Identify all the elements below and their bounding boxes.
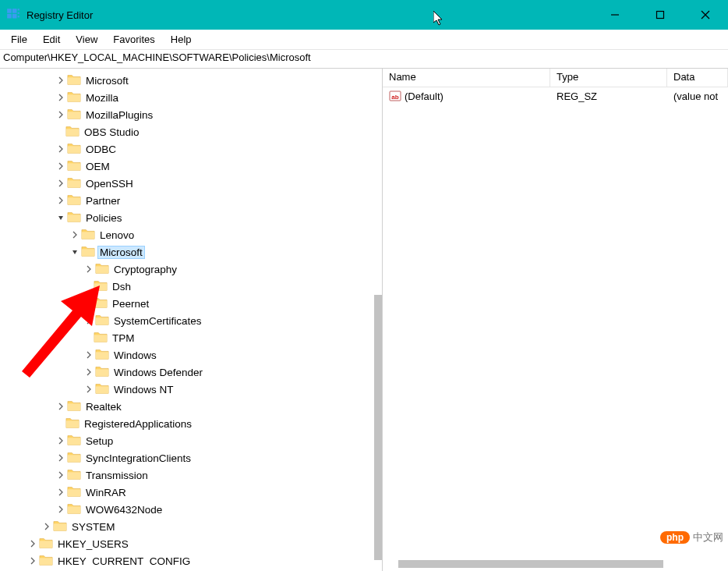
tree-node-label[interactable]: OpenSSH <box>84 178 135 190</box>
menu-view[interactable]: View <box>68 32 105 47</box>
tree-node[interactable]: Partner <box>0 192 374 209</box>
tree-node[interactable]: Transmission <box>0 466 374 484</box>
tree-node[interactable]: SyncIntegrationClients <box>0 449 374 466</box>
chevron-right-icon[interactable] <box>56 402 65 411</box>
tree-node[interactable]: Mozilla <box>0 89 374 106</box>
chevron-right-icon[interactable] <box>42 522 51 531</box>
address-bar[interactable]: Computer\HKEY_LOCAL_MACHINE\SOFTWARE\Pol… <box>0 50 728 69</box>
tree-node[interactable]: Windows <box>0 346 374 364</box>
chevron-right-icon[interactable] <box>56 470 65 480</box>
tree-node-label[interactable]: Windows Defender <box>112 367 204 378</box>
tree-node-label[interactable]: Peernet <box>111 298 150 310</box>
tree-node[interactable]: OpenSSH <box>0 175 374 192</box>
minimize-button[interactable] <box>592 0 638 30</box>
col-header-name[interactable]: Name <box>383 69 550 87</box>
tree-node[interactable]: Windows NT <box>0 381 374 398</box>
maximize-button[interactable] <box>638 0 683 30</box>
tree-node-label[interactable]: SyncIntegrationClients <box>84 452 193 464</box>
chevron-right-icon[interactable] <box>84 385 94 394</box>
tree-node-label[interactable]: OBS Studio <box>83 126 141 138</box>
tree-node-label[interactable]: OEM <box>84 161 111 172</box>
list-row[interactable]: ab(Default)REG_SZ(value not <box>383 87 728 105</box>
chevron-right-icon[interactable] <box>56 76 65 85</box>
vertical-scrollbar-thumb[interactable] <box>374 295 382 560</box>
col-header-type[interactable]: Type <box>550 69 667 87</box>
tree-node-label[interactable]: Windows NT <box>112 384 175 395</box>
tree-node[interactable]: Peernet <box>0 295 374 312</box>
tree-node[interactable]: OEM <box>0 158 374 175</box>
tree-node-label[interactable]: Windows <box>112 349 158 361</box>
tree-node-label[interactable]: Cryptography <box>112 264 178 275</box>
tree-node[interactable]: Realtek <box>0 398 374 415</box>
titlebar[interactable]: Registry Editor <box>0 0 728 30</box>
chevron-right-icon[interactable] <box>70 230 80 239</box>
chevron-right-icon[interactable] <box>84 367 94 377</box>
chevron-right-icon[interactable] <box>56 196 65 205</box>
chevron-right-icon[interactable] <box>56 453 65 463</box>
tree-node[interactable]: ODBC <box>0 140 374 158</box>
tree-node-label[interactable]: Lenovo <box>98 229 136 241</box>
tree-node-label[interactable]: Microsoft <box>84 75 130 87</box>
tree-node[interactable]: Cryptography <box>0 261 374 278</box>
tree-node-label[interactable]: SystemCertificates <box>112 315 203 327</box>
tree-node[interactable]: RegisteredApplications <box>0 415 374 432</box>
tree-node-label[interactable]: WOW6432Node <box>84 504 164 516</box>
menu-help[interactable]: Help <box>163 32 200 47</box>
tree-node[interactable]: Dsh <box>0 278 374 295</box>
tree-node[interactable]: HKEY_USERS <box>0 535 374 552</box>
menu-file[interactable]: File <box>3 32 35 47</box>
tree-node[interactable]: SystemCertificates <box>0 312 374 329</box>
list-body[interactable]: ab(Default)REG_SZ(value not <box>383 87 728 105</box>
chevron-down-icon[interactable] <box>70 247 80 257</box>
chevron-right-icon[interactable] <box>84 264 94 274</box>
tree-node-label[interactable]: HKEY_USERS <box>56 538 130 550</box>
chevron-right-icon[interactable] <box>56 179 65 188</box>
tree-node-label[interactable]: ODBC <box>84 144 118 155</box>
horizontal-scrollbar-thumb[interactable] <box>398 560 663 568</box>
tree-node-label[interactable]: HKEY_CURRENT_CONFIG <box>56 555 192 567</box>
menu-favorites[interactable]: Favorites <box>105 32 162 47</box>
tree-node-label[interactable]: Policies <box>84 212 124 224</box>
tree-node-label[interactable]: Mozilla <box>84 92 120 104</box>
tree-node[interactable]: HKEY_CURRENT_CONFIG <box>0 552 374 566</box>
chevron-down-icon[interactable] <box>56 213 65 222</box>
tree-node[interactable]: Setup <box>0 432 374 449</box>
tree-node[interactable]: WinRAR <box>0 484 374 501</box>
tree-node[interactable]: Windows Defender <box>0 364 374 381</box>
tree-node-label[interactable]: Dsh <box>111 281 133 293</box>
tree-node[interactable]: SYSTEM <box>0 518 374 535</box>
chevron-right-icon[interactable] <box>28 539 37 548</box>
menu-edit[interactable]: Edit <box>35 32 68 47</box>
tree-node[interactable]: Policies <box>0 209 374 226</box>
close-button[interactable] <box>683 0 728 30</box>
tree-node[interactable]: MozillaPlugins <box>0 106 374 123</box>
chevron-right-icon[interactable] <box>56 110 65 119</box>
chevron-right-icon[interactable] <box>56 436 65 445</box>
tree-node[interactable]: Microsoft <box>0 72 374 89</box>
chevron-right-icon[interactable] <box>28 556 37 566</box>
tree-node-label[interactable]: Microsoft <box>98 246 144 258</box>
chevron-right-icon[interactable] <box>56 488 65 497</box>
tree-node-label[interactable]: Partner <box>84 195 122 207</box>
tree-node-label[interactable]: Transmission <box>84 470 150 481</box>
tree-node-label[interactable]: RegisteredApplications <box>83 418 193 430</box>
tree-node[interactable]: TPM <box>0 329 374 346</box>
chevron-right-icon[interactable] <box>56 93 65 102</box>
tree-node-label[interactable]: MozillaPlugins <box>84 109 154 121</box>
tree-node-label[interactable]: TPM <box>111 332 136 344</box>
tree-node-label[interactable]: Realtek <box>84 401 123 413</box>
chevron-right-icon[interactable] <box>56 505 65 514</box>
chevron-right-icon[interactable] <box>84 350 94 360</box>
tree-node-label[interactable]: WinRAR <box>84 487 128 498</box>
col-header-data[interactable]: Data <box>667 69 728 87</box>
tree-node[interactable]: Lenovo <box>0 226 374 243</box>
registry-tree[interactable]: MicrosoftMozillaMozillaPluginsOBS Studio… <box>0 69 374 566</box>
tree-node-label[interactable]: SYSTEM <box>70 521 117 533</box>
chevron-right-icon[interactable] <box>56 144 65 154</box>
chevron-right-icon[interactable] <box>56 161 65 171</box>
tree-node[interactable]: Microsoft <box>0 243 374 261</box>
tree-node[interactable]: OBS Studio <box>0 123 374 140</box>
tree-node-label[interactable]: Setup <box>84 435 115 447</box>
tree-node[interactable]: WOW6432Node <box>0 501 374 518</box>
chevron-right-icon[interactable] <box>84 316 94 325</box>
